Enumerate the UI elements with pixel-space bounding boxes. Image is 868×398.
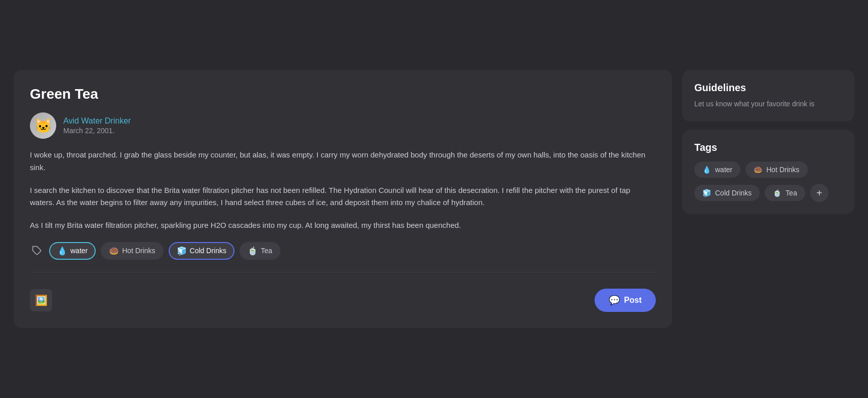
post-button[interactable]: 💬 Post [595,289,656,312]
post-tags-row: 💧 water 🍩 Hot Drinks 🧊 Cold Drinks 🍵 Tea [30,242,656,260]
tea-emoji: 🍵 [248,246,258,256]
sidebar-tea-emoji: 🍵 [773,189,781,197]
guidelines-card: Guidelines Let us know what your favorit… [682,70,854,122]
hot-drinks-emoji: 🍩 [109,246,119,256]
post-date: March 22, 2001. [63,127,131,135]
sidebar-cold-drinks-emoji: 🧊 [702,189,711,197]
sidebar-hot-drinks-label: Hot Drinks [766,166,799,174]
image-upload-icon: 🖼️ [35,294,48,306]
water-label: water [70,247,88,255]
main-post-card: Green Tea 🐱 Avid Water Drinker March 22,… [14,70,672,328]
tag-chip-hot-drinks[interactable]: 🍩 Hot Drinks [101,242,163,260]
page-layout: Green Tea 🐱 Avid Water Drinker March 22,… [14,70,854,328]
post-button-label: Post [624,296,642,305]
add-icon: + [816,187,822,199]
author-name: Avid Water Drinker [63,116,131,126]
author-info: Avid Water Drinker March 22, 2001. [63,116,131,135]
tag-chip-water[interactable]: 💧 water [49,242,96,260]
post-title: Green Tea [30,86,656,102]
sidebar-water-emoji: 💧 [702,166,711,174]
tags-grid: 💧 water 🍩 Hot Drinks 🧊 Cold Drinks 🍵 [694,162,842,202]
tags-grid-row-2: 🧊 Cold Drinks 🍵 Tea + [694,184,842,202]
tags-card: Tags 💧 water 🍩 Hot Drinks 🧊 Cold Dri [682,130,854,214]
hot-drinks-label: Hot Drinks [122,247,155,255]
sidebar-water-label: water [715,166,732,174]
author-row: 🐱 Avid Water Drinker March 22, 2001. [30,112,656,139]
sidebar-tea-label: Tea [785,189,797,197]
guidelines-subtitle: Let us know what your favorite drink is [694,99,842,109]
avatar: 🐱 [30,112,56,139]
guidelines-title: Guidelines [694,82,842,94]
body-paragraph-1: I woke up, throat parched. I grab the gl… [30,149,656,174]
sidebar: Guidelines Let us know what your favorit… [682,70,854,214]
sidebar-tag-tea[interactable]: 🍵 Tea [765,185,805,201]
avatar-emoji: 🐱 [34,117,52,134]
tags-title: Tags [694,142,842,153]
sidebar-hot-drinks-emoji: 🍩 [754,166,762,174]
cold-drinks-label: Cold Drinks [190,247,226,255]
tag-chip-cold-drinks[interactable]: 🧊 Cold Drinks [169,242,234,260]
sidebar-tag-water[interactable]: 💧 water [694,162,740,178]
sidebar-tag-cold-drinks[interactable]: 🧊 Cold Drinks [694,185,760,201]
body-paragraph-3: As I tilt my Brita water filtration pitc… [30,219,656,232]
divider [30,272,656,272]
tea-label: Tea [261,247,272,255]
post-body: I woke up, throat parched. I grab the gl… [30,149,656,232]
post-button-icon: 💬 [609,295,620,306]
sidebar-add-tag-button[interactable]: + [810,184,828,202]
sidebar-tag-hot-drinks[interactable]: 🍩 Hot Drinks [745,162,807,178]
post-actions-row: 🖼️ 💬 Post [30,289,656,312]
sidebar-cold-drinks-label: Cold Drinks [715,189,752,197]
body-paragraph-2: I search the kitchen to discover that th… [30,184,656,210]
tags-grid-row-1: 💧 water 🍩 Hot Drinks [694,162,842,178]
cold-drinks-emoji: 🧊 [177,246,187,256]
image-upload-button[interactable]: 🖼️ [30,289,52,311]
tag-chip-tea[interactable]: 🍵 Tea [240,242,281,260]
water-emoji: 💧 [57,246,67,256]
tag-icon-button[interactable] [30,244,44,258]
